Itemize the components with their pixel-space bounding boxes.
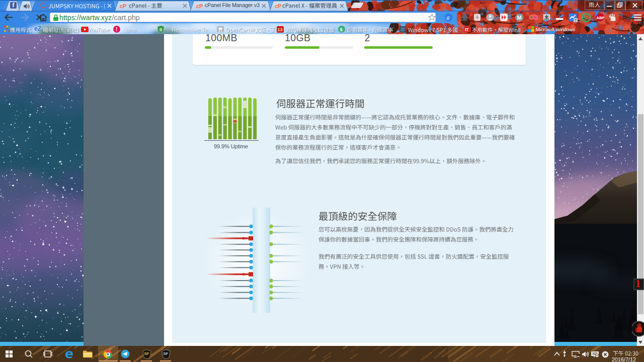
- svg-text:0: 0: [557, 14, 560, 19]
- svg-text:M: M: [517, 15, 522, 21]
- svg-text:cP: cP: [196, 3, 203, 9]
- svg-text:13: 13: [278, 27, 283, 32]
- svg-text:!: !: [116, 27, 117, 32]
- svg-text:IT: IT: [465, 27, 469, 32]
- svg-text:ABP: ABP: [597, 16, 605, 20]
- svg-text:SF: SF: [164, 351, 169, 356]
- svg-text:cP: cP: [275, 3, 281, 9]
- svg-text:1: 1: [465, 19, 467, 22]
- svg-text:SF: SF: [144, 351, 149, 356]
- svg-text:cP: cP: [120, 3, 126, 9]
- svg-text:0: 0: [159, 27, 162, 32]
- svg-text:G: G: [584, 15, 588, 21]
- svg-text:7: 7: [575, 18, 577, 23]
- svg-text:$: $: [340, 27, 343, 32]
- svg-text:A: A: [622, 14, 627, 22]
- svg-text:a: a: [447, 14, 450, 21]
